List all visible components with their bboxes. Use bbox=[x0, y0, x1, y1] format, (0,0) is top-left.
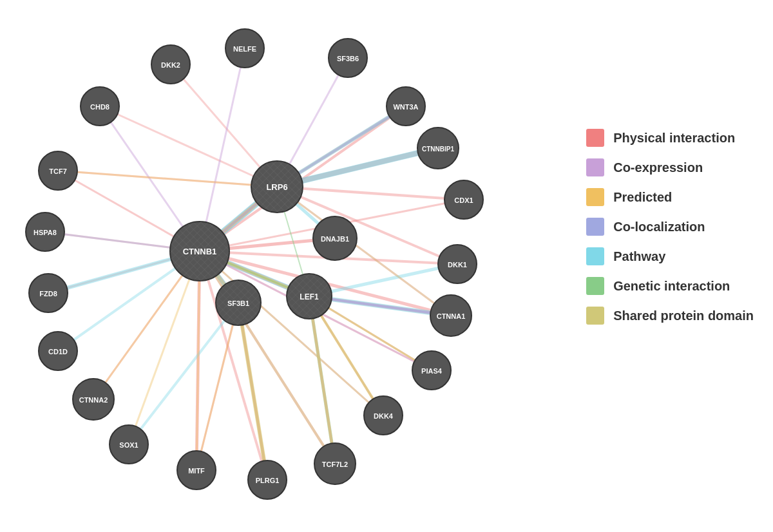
legend-color-colocalization bbox=[586, 218, 604, 236]
svg-line-72 bbox=[238, 303, 267, 480]
svg-text:DNAJB1: DNAJB1 bbox=[321, 235, 349, 243]
legend-label-pathway: Pathway bbox=[613, 249, 665, 264]
svg-text:DKK4: DKK4 bbox=[374, 412, 394, 420]
legend-item-predicted: Predicted bbox=[586, 188, 754, 206]
svg-text:SOX1: SOX1 bbox=[119, 441, 138, 449]
svg-text:CHD8: CHD8 bbox=[90, 103, 110, 111]
svg-text:HSPA8: HSPA8 bbox=[33, 229, 57, 236]
legend-item-physical: Physical interaction bbox=[586, 129, 754, 147]
legend-item-pathway: Pathway bbox=[586, 247, 754, 265]
svg-text:CD1D: CD1D bbox=[48, 348, 68, 356]
legend-color-pathway bbox=[586, 247, 604, 265]
legend-label-colocalization: Co-localization bbox=[613, 220, 705, 234]
legend-label-coexpression: Co-expression bbox=[613, 160, 703, 175]
svg-text:TCF7L2: TCF7L2 bbox=[322, 461, 348, 468]
svg-text:CTNNB1: CTNNB1 bbox=[183, 247, 217, 256]
legend-label-genetic: Genetic interaction bbox=[613, 279, 730, 294]
legend-item-colocalization: Co-localization bbox=[586, 218, 754, 236]
svg-line-55 bbox=[129, 251, 200, 444]
svg-text:DKK1: DKK1 bbox=[448, 261, 467, 269]
svg-text:CTNNA1: CTNNA1 bbox=[437, 312, 466, 320]
legend-label-shared: Shared protein domain bbox=[613, 309, 754, 323]
svg-text:FZD8: FZD8 bbox=[39, 290, 57, 298]
svg-text:SF3B1: SF3B1 bbox=[227, 299, 249, 307]
svg-text:TCF7: TCF7 bbox=[49, 167, 67, 175]
svg-line-42 bbox=[129, 303, 238, 444]
legend-item-shared: Shared protein domain bbox=[586, 307, 754, 325]
legend-item-coexpression: Co-expression bbox=[586, 158, 754, 176]
network-graph: CTNNB1 LRP6 DNAJB1 SF3B1 LEF1 NELFE SF3B… bbox=[0, 0, 528, 532]
legend-item-genetic: Genetic interaction bbox=[586, 277, 754, 295]
legend: Physical interaction Co-expression Predi… bbox=[586, 129, 754, 325]
svg-text:LRP6: LRP6 bbox=[266, 182, 287, 192]
svg-text:PLRG1: PLRG1 bbox=[256, 477, 280, 484]
legend-color-coexpression bbox=[586, 158, 604, 176]
svg-text:CTNNA2: CTNNA2 bbox=[79, 396, 108, 404]
svg-text:CDX1: CDX1 bbox=[454, 196, 473, 204]
main-container: CTNNB1 LRP6 DNAJB1 SF3B1 LEF1 NELFE SF3B… bbox=[0, 0, 773, 532]
svg-line-57 bbox=[58, 171, 277, 187]
legend-label-physical: Physical interaction bbox=[613, 131, 735, 146]
svg-line-71 bbox=[309, 296, 335, 464]
svg-text:LEF1: LEF1 bbox=[300, 292, 319, 301]
svg-text:WNT3A: WNT3A bbox=[393, 103, 418, 111]
svg-text:NELFE: NELFE bbox=[233, 45, 256, 53]
legend-label-predicted: Predicted bbox=[613, 190, 672, 205]
legend-color-physical bbox=[586, 129, 604, 147]
legend-color-predicted bbox=[586, 188, 604, 206]
legend-color-shared bbox=[586, 307, 604, 325]
svg-text:SF3B6: SF3B6 bbox=[337, 55, 359, 62]
legend-color-genetic bbox=[586, 277, 604, 295]
svg-text:DKK2: DKK2 bbox=[161, 61, 180, 69]
svg-text:CTNNBIP1: CTNNBIP1 bbox=[422, 146, 454, 153]
svg-text:PIAS4: PIAS4 bbox=[421, 367, 443, 375]
svg-text:MITF: MITF bbox=[188, 467, 205, 475]
